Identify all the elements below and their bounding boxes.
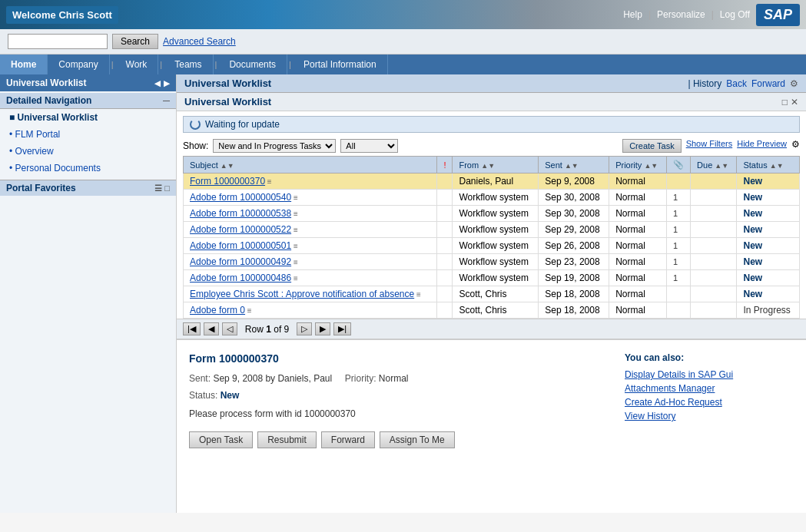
table-row[interactable]: Adobe form 1000000540 ≡Workflow systemSe… bbox=[184, 190, 800, 206]
worklist-minimize-icon[interactable]: □ bbox=[782, 97, 788, 107]
display-details-link[interactable]: Display Details in SAP Gui bbox=[625, 369, 794, 380]
pagination: |◀ ◀ ◁ Row 1 of 9 ▷ ▶ ▶| bbox=[177, 319, 806, 339]
show-label: Show: bbox=[183, 140, 208, 151]
tab-work[interactable]: Work bbox=[115, 55, 159, 74]
logoff-link[interactable]: Log Off bbox=[720, 9, 750, 20]
worklist-title-icons: □ ✕ bbox=[782, 97, 798, 107]
row-menu-icon[interactable]: ≡ bbox=[291, 226, 298, 234]
sidebar-item-universal-worklist[interactable]: Universal Worklist bbox=[0, 109, 176, 126]
status-value: New bbox=[221, 390, 240, 401]
personalize-link[interactable]: Personalize bbox=[657, 9, 705, 20]
detail-left: Form 1000000370 Sent: Sep 9, 2008 by Dan… bbox=[189, 352, 609, 448]
tab-teams[interactable]: Teams bbox=[164, 55, 213, 74]
assign-to-me-button[interactable]: Assign To Me bbox=[380, 431, 455, 448]
cell-sent: Sep 30, 2008 bbox=[539, 190, 609, 206]
next-page-button2[interactable]: ▷ bbox=[297, 322, 312, 335]
prev-page-button[interactable]: ◀ bbox=[204, 322, 219, 335]
col-sent[interactable]: Sent ▲▼ bbox=[539, 157, 609, 173]
table-row[interactable]: Adobe form 0 ≡Scott, ChrisSep 18, 2008No… bbox=[184, 302, 800, 319]
row-menu-icon[interactable]: ≡ bbox=[291, 210, 298, 218]
show-select[interactable]: New and In Progress Tasks All Tasks Comp… bbox=[213, 139, 336, 153]
task-link[interactable]: Adobe form 1000000501 bbox=[190, 240, 291, 251]
sidebar-collapse-icon[interactable]: ◀ bbox=[154, 79, 161, 88]
row-menu-icon[interactable]: ≡ bbox=[291, 274, 298, 283]
advanced-search-link[interactable]: Advanced Search bbox=[163, 36, 236, 47]
cell-exclaim bbox=[437, 206, 453, 222]
tab-home[interactable]: Home bbox=[0, 55, 48, 74]
sidebar-item-personal-documents[interactable]: Personal Documents bbox=[0, 160, 176, 177]
table-row[interactable]: Adobe form 1000000538 ≡Workflow systemSe… bbox=[184, 206, 800, 222]
col-subject[interactable]: Subject ▲▼ bbox=[184, 157, 437, 173]
sidebar-item-overview[interactable]: Overview bbox=[0, 143, 176, 160]
prev-page-button2[interactable]: ◁ bbox=[222, 322, 237, 335]
sidebar-item-flm-portal[interactable]: FLM Portal bbox=[0, 126, 176, 143]
tab-portal-information[interactable]: Portal Information bbox=[293, 55, 388, 74]
create-adhoc-link[interactable]: Create Ad-Hoc Request bbox=[625, 397, 794, 408]
forward-link[interactable]: Forward bbox=[751, 78, 785, 89]
task-link[interactable]: Adobe form 1000000540 bbox=[190, 192, 291, 203]
resubmit-button[interactable]: Resubmit bbox=[257, 431, 317, 448]
search-button[interactable]: Search bbox=[112, 34, 158, 49]
worklist-expand-icon[interactable]: ✕ bbox=[791, 97, 798, 107]
filter-settings-icon[interactable]: ⚙ bbox=[791, 139, 800, 153]
table-row[interactable]: Adobe form 1000000492 ≡Workflow systemSe… bbox=[184, 254, 800, 270]
row-menu-icon[interactable]: ≡ bbox=[414, 290, 421, 299]
tab-company[interactable]: Company bbox=[48, 55, 109, 74]
task-link[interactable]: Adobe form 1000000538 bbox=[190, 208, 291, 219]
back-link[interactable]: Back bbox=[726, 78, 747, 89]
first-page-button[interactable]: |◀ bbox=[183, 322, 201, 335]
attachments-manager-link[interactable]: Attachments Manager bbox=[625, 383, 794, 394]
cell-from: Workflow system bbox=[453, 190, 539, 206]
open-task-button[interactable]: Open Task bbox=[189, 431, 253, 448]
table-row[interactable]: Employee Chris Scott : Approve notificat… bbox=[184, 286, 800, 302]
col-due[interactable]: Due ▲▼ bbox=[691, 157, 737, 173]
cell-sent: Sep 23, 2008 bbox=[539, 254, 609, 270]
show-filters-link[interactable]: Show Filters bbox=[686, 139, 733, 153]
search-input[interactable] bbox=[8, 34, 108, 49]
cell-exclaim bbox=[437, 238, 453, 254]
task-link[interactable]: Form 1000000370 bbox=[190, 176, 265, 187]
task-link[interactable]: Adobe form 1000000522 bbox=[190, 224, 291, 235]
table-row[interactable]: Adobe form 1000000522 ≡Workflow systemSe… bbox=[184, 222, 800, 238]
detail-sent: Sent: Sep 9, 2008 by Daniels, Paul Prior… bbox=[189, 371, 609, 388]
task-link[interactable]: Adobe form 1000000492 bbox=[190, 256, 291, 267]
cell-due bbox=[691, 254, 737, 270]
type-select[interactable]: All Forms Approvals bbox=[340, 139, 398, 153]
next-page-button[interactable]: ▶ bbox=[315, 322, 330, 335]
content-settings-icon[interactable]: ⚙ bbox=[790, 78, 798, 89]
table-row[interactable]: Adobe form 1000000501 ≡Workflow systemSe… bbox=[184, 238, 800, 254]
cell-status: New bbox=[737, 254, 800, 270]
cell-from: Workflow system bbox=[453, 270, 539, 286]
row-menu-icon[interactable]: ≡ bbox=[245, 306, 252, 315]
col-priority[interactable]: Priority ▲▼ bbox=[609, 157, 667, 173]
task-link[interactable]: Adobe form 0 bbox=[190, 305, 245, 316]
favorites-collapse-icon[interactable]: □ bbox=[164, 183, 170, 193]
col-status[interactable]: Status ▲▼ bbox=[737, 157, 800, 173]
status-label: Status: bbox=[189, 390, 217, 401]
sap-logo: SAP bbox=[756, 4, 800, 26]
task-link[interactable]: Employee Chris Scott : Approve notificat… bbox=[190, 289, 414, 299]
help-link[interactable]: Help bbox=[623, 9, 642, 20]
row-menu-icon[interactable]: ≡ bbox=[265, 177, 272, 186]
favorites-menu-icon[interactable]: ☰ bbox=[154, 183, 162, 193]
forward-button[interactable]: Forward bbox=[321, 431, 375, 448]
tab-documents[interactable]: Documents bbox=[218, 55, 287, 74]
nav-minimize-icon[interactable]: — bbox=[163, 97, 170, 104]
cell-from: Workflow system bbox=[453, 206, 539, 222]
col-from[interactable]: From ▲▼ bbox=[453, 157, 539, 173]
view-history-link[interactable]: View History bbox=[625, 411, 794, 421]
content-area: Universal Worklist | History Back Forwar… bbox=[177, 74, 806, 513]
cell-priority: Normal bbox=[609, 238, 667, 254]
hide-preview-link[interactable]: Hide Preview bbox=[737, 139, 787, 153]
cell-due bbox=[691, 238, 737, 254]
task-link[interactable]: Adobe form 1000000486 bbox=[190, 273, 291, 283]
row-menu-icon[interactable]: ≡ bbox=[291, 242, 298, 250]
row-menu-icon[interactable]: ≡ bbox=[291, 258, 298, 266]
last-page-button[interactable]: ▶| bbox=[333, 322, 351, 335]
create-task-button[interactable]: Create Task bbox=[622, 139, 682, 153]
table-row[interactable]: Form 1000000370 ≡Daniels, PaulSep 9, 200… bbox=[184, 173, 800, 190]
waiting-bar: Waiting for update bbox=[183, 116, 800, 133]
row-menu-icon[interactable]: ≡ bbox=[291, 193, 298, 202]
table-row[interactable]: Adobe form 1000000486 ≡Workflow systemSe… bbox=[184, 270, 800, 286]
sidebar-expand-icon[interactable]: ▶ bbox=[164, 79, 170, 88]
